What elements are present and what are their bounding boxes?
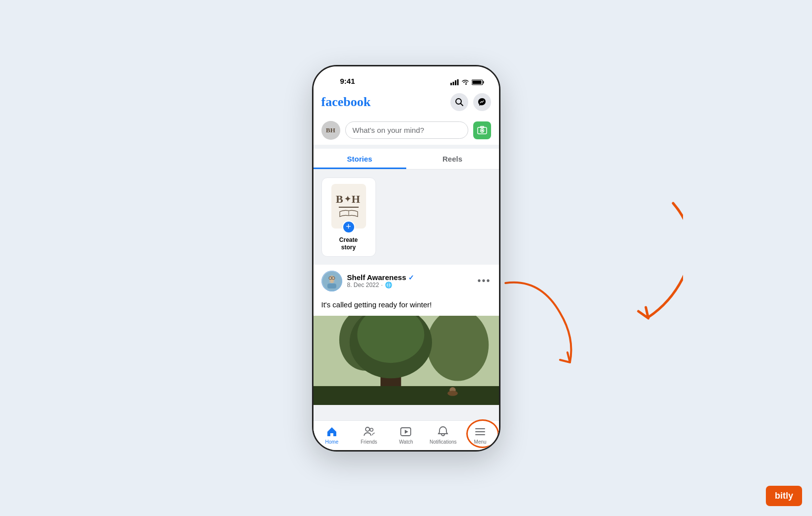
watch-icon [400,426,412,438]
post-date: 8. Dec 2022 [347,282,379,288]
create-label: Create [339,236,358,243]
svg-point-30 [370,428,373,431]
facebook-logo: facebook [321,95,371,110]
book-icon [339,209,359,218]
what-on-your-mind-input[interactable]: What's on your mind? [345,121,468,139]
phone-screen: facebook [313,88,499,450]
tab-stories[interactable]: Stories [313,149,406,169]
story-label-text: story [341,244,356,251]
nav-home[interactable]: Home [313,426,351,445]
create-story-label: Create story [339,236,358,252]
friends-icon [363,426,375,438]
forest-illustration [313,316,499,405]
create-story-plus[interactable]: + [342,221,355,233]
phone-notch [374,66,438,80]
phone-mockup: 9:41 [312,65,500,452]
svg-rect-3 [457,79,458,85]
menu-highlight-circle [466,419,499,448]
svg-rect-16 [327,284,336,288]
photo-icon [477,126,487,135]
nav-friends[interactable]: Friends [350,426,387,445]
messenger-button[interactable] [473,93,491,111]
nav-notifications[interactable]: Notifications [425,426,462,445]
options-dots: ••• [477,275,491,286]
globe-icon: 🌐 [385,282,392,288]
signal-icon [450,79,459,85]
svg-rect-26 [313,386,499,404]
stories-area: B✦H + Create story [313,173,499,261]
messenger-icon [478,98,487,107]
post-author-avatar[interactable] [321,271,342,291]
reels-tab-label: Reels [442,155,462,163]
post-author-section: Shelf Awareness ✓ 8. Dec 2022 · 🌐 [321,271,414,291]
avatar-image [321,271,342,291]
author-name-text: Shelf Awareness [347,273,406,282]
home-icon [326,426,338,438]
story-logo: B✦H + [331,184,366,229]
phone-frame: 9:41 [312,65,500,452]
svg-point-28 [447,391,458,396]
post-header: Shelf Awareness ✓ 8. Dec 2022 · 🌐 ••• [313,265,499,297]
curved-arrow-svg [584,198,683,327]
post-composer: BH What's on your mind? [313,116,499,145]
facebook-header: facebook [313,88,499,116]
svg-point-29 [366,427,370,431]
notifications-icon [437,426,449,438]
post-body-text: It's called getting ready for winter! [321,300,432,309]
svg-line-8 [460,103,463,106]
verified-badge: ✓ [408,274,414,282]
svg-marker-32 [405,430,408,434]
status-icons [450,79,484,85]
search-icon [455,98,464,107]
add-photo-button[interactable] [473,121,491,139]
post-author-info: Shelf Awareness ✓ 8. Dec 2022 · 🌐 [347,273,414,288]
svg-point-12 [481,129,483,131]
nav-watch[interactable]: Watch [387,426,425,445]
nav-watch-label: Watch [399,439,413,445]
svg-rect-2 [455,80,456,85]
bitly-badge: bitly [766,486,802,506]
stories-tab-label: Stories [347,155,373,163]
search-button[interactable] [450,93,468,111]
nav-notifications-label: Notifications [430,439,456,445]
nav-friends-label: Friends [361,439,377,445]
svg-rect-5 [483,81,484,83]
composer-avatar-logo: BH [326,126,335,134]
plus-icon: + [346,222,351,232]
post-options-button[interactable]: ••• [477,275,491,287]
post-meta: 8. Dec 2022 · 🌐 [347,282,414,288]
svg-rect-1 [452,82,454,85]
post-author-name: Shelf Awareness ✓ [347,273,414,282]
wifi-icon [461,79,469,85]
svg-rect-6 [472,80,481,84]
composer-avatar: BH [321,121,340,140]
author-avatar-svg [322,272,341,290]
stories-reels-tabs: Stories Reels [313,149,499,170]
bitly-label: bitly [775,491,793,501]
header-icons [450,93,491,111]
svg-rect-0 [450,83,452,85]
create-story-card[interactable]: B✦H + Create story [321,177,376,257]
status-time: 9:41 [340,77,355,85]
bottom-navigation: Home Friends Watch [313,420,499,450]
shelf-awareness-post: Shelf Awareness ✓ 8. Dec 2022 · 🌐 ••• [313,265,499,405]
post-image [313,316,499,405]
battery-icon [472,79,484,85]
tab-reels[interactable]: Reels [406,149,499,169]
nav-home-label: Home [325,439,339,445]
composer-placeholder: What's on your mind? [353,126,425,134]
arrow-annotation [500,273,610,372]
post-text: It's called getting ready for winter! [313,297,499,316]
